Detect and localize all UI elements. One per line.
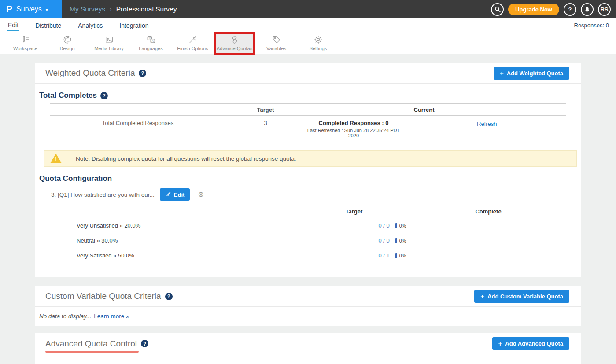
- toolbar-item-design[interactable]: Design: [46, 32, 88, 54]
- custom-variable-quota-card: Custom Variable Quota Criteria ? + Add C…: [35, 286, 581, 326]
- breadcrumb: My Surveys › Professional Survey: [70, 5, 177, 13]
- divider: [45, 361, 571, 361]
- chevron-down-icon: ▾: [46, 7, 48, 12]
- help-button[interactable]: ?: [564, 3, 576, 16]
- quota-configuration-table: Target Complete Very Unsatisfied » 20.0%…: [72, 205, 570, 263]
- user-avatar[interactable]: RS: [598, 3, 611, 16]
- help-icon[interactable]: ?: [165, 293, 173, 300]
- notifications-button[interactable]: [581, 3, 594, 16]
- plus-icon: +: [500, 70, 504, 77]
- progress-bar: [395, 238, 397, 243]
- svg-text:A: A: [151, 40, 153, 42]
- progress-bar: [395, 223, 397, 228]
- column-current: Current: [305, 107, 468, 113]
- avatar-initials: RS: [600, 6, 608, 13]
- edit-pencil-icon: [165, 191, 171, 198]
- refresh-link[interactable]: Refresh: [477, 121, 497, 127]
- answer-option-label: Neutral » 30.0%: [72, 237, 301, 244]
- add-advanced-quota-button[interactable]: + Add Advanced Quota: [492, 337, 569, 350]
- main-nav-tabs: Edit Distribute Analytics Integration Re…: [0, 18, 616, 32]
- questionpro-logo-icon: P: [6, 4, 12, 15]
- image-icon: [104, 35, 114, 44]
- progress-percent: 0%: [399, 223, 406, 228]
- plus-icon: +: [498, 340, 502, 347]
- progress-percent: 0%: [399, 238, 406, 243]
- warning-triangle-icon: !: [50, 154, 62, 163]
- advanced-quota-card: Advanced Quota Control ? + Add Advanced …: [35, 333, 581, 364]
- search-button[interactable]: [491, 3, 504, 16]
- quota-configuration-title: Quota Configuration: [39, 174, 112, 183]
- table-header-row: Target Current: [50, 103, 566, 115]
- warning-icon-box: !: [44, 151, 68, 166]
- table-row: Neutral » 30.0% 0 / 0 0%: [72, 233, 570, 248]
- add-weighted-quota-button[interactable]: + Add Weighted Quota: [494, 67, 569, 80]
- upgrade-now-button[interactable]: Upgrade Now: [508, 4, 559, 15]
- no-data-text: No data to display...: [39, 313, 91, 320]
- breadcrumb-separator-icon: ›: [110, 6, 112, 13]
- custom-variable-header: Custom Variable Quota Criteria ? + Add C…: [35, 286, 581, 307]
- help-icon[interactable]: ?: [139, 70, 146, 77]
- gear-icon: [314, 35, 323, 44]
- progress-bar: [395, 253, 397, 258]
- toolbar-item-settings[interactable]: Settings: [297, 32, 339, 54]
- question-label: 3. [Q1] How satisfied are you with our..…: [51, 191, 155, 198]
- edit-toolbar: Workspace Design Media Library 文A Langua…: [0, 32, 616, 54]
- tag-icon: [272, 35, 281, 44]
- product-name: Surveys: [16, 5, 42, 13]
- question-mark-icon: ?: [568, 6, 572, 13]
- toolbar-item-media-library[interactable]: Media Library: [88, 32, 130, 54]
- add-custom-variable-quota-button[interactable]: + Add Custom Variable Quota: [474, 290, 569, 303]
- breadcrumb-current-survey: Professional Survey: [116, 5, 177, 13]
- app-window: P Surveys ▾ My Surveys › Professional Su…: [0, 0, 616, 364]
- magic-wand-icon: [188, 35, 198, 44]
- custom-variable-title: Custom Variable Quota Criteria: [45, 291, 161, 301]
- toolbar-item-variables[interactable]: Variables: [255, 32, 297, 54]
- toolbar-item-advance-quotas[interactable]: Advance Quotas: [214, 32, 255, 54]
- tab-distribute[interactable]: Distribute: [34, 20, 62, 31]
- completed-responses-value: Completed Responses : 0: [305, 120, 402, 126]
- tab-edit[interactable]: Edit: [7, 19, 19, 31]
- note-banner: ! Note: Disabling complex quota for all …: [44, 150, 577, 167]
- product-switcher[interactable]: P Surveys ▾: [0, 0, 62, 18]
- tab-analytics[interactable]: Analytics: [77, 20, 103, 31]
- toolbar-item-finish-options[interactable]: Finish Options: [172, 32, 214, 54]
- palette-icon: [63, 35, 72, 44]
- answer-option-label: Very Satisfied » 50.0%: [72, 252, 301, 259]
- help-icon[interactable]: ?: [141, 340, 148, 347]
- advanced-quota-header: Advanced Quota Control ? + Add Advanced …: [35, 333, 581, 354]
- table-row: Very Satisfied » 50.0% 0 / 1 0%: [72, 248, 570, 263]
- toolbar-item-workspace[interactable]: Workspace: [4, 32, 46, 54]
- topbar: P Surveys ▾ My Surveys › Professional Su…: [0, 0, 616, 18]
- learn-more-link[interactable]: Learn more »: [94, 313, 129, 320]
- table-header-row: Target Complete: [72, 205, 570, 218]
- remove-quota-icon[interactable]: ⊗: [198, 191, 203, 198]
- column-target: Target: [226, 107, 305, 113]
- total-completes-table: Target Current Total Completed Responses…: [50, 103, 566, 144]
- row-label: Total Completed Responses: [50, 120, 226, 126]
- annotation-red-underline: [45, 351, 139, 353]
- progress-percent: 0%: [399, 253, 406, 258]
- chain-links-icon: [230, 35, 240, 44]
- toolbar-item-languages[interactable]: 文A Languages: [130, 32, 172, 54]
- breadcrumb-my-surveys[interactable]: My Surveys: [70, 5, 105, 13]
- note-text: Note: Disabling complex quota for all qu…: [68, 151, 296, 166]
- help-icon[interactable]: ?: [100, 92, 108, 99]
- translate-icon: 文A: [146, 35, 156, 44]
- total-completes-title: Total Completes: [39, 91, 97, 100]
- advanced-quota-title: Advanced Quota Control: [45, 339, 137, 349]
- table-row: Total Completed Responses 3 Completed Re…: [50, 115, 566, 144]
- quota-target-value[interactable]: 0 / 0: [379, 222, 390, 229]
- quota-target-value[interactable]: 0 / 0: [379, 237, 390, 244]
- bell-icon: [584, 6, 590, 13]
- quota-question-row: 3. [Q1] How satisfied are you with our..…: [51, 188, 577, 201]
- weighted-quota-header: Weighted Quota Criteria ? + Add Weighted…: [35, 63, 581, 84]
- column-target: Target: [301, 208, 407, 215]
- answer-option-label: Very Unsatisfied » 20.0%: [72, 222, 301, 229]
- responses-count: Responses: 0: [574, 22, 609, 29]
- weighted-quota-card: Weighted Quota Criteria ? + Add Weighted…: [35, 63, 581, 277]
- tab-integration[interactable]: Integration: [118, 20, 149, 31]
- edit-quota-button[interactable]: Edit: [160, 188, 190, 201]
- plus-icon: +: [480, 293, 484, 300]
- last-refreshed-timestamp: Last Refreshed : Sun Jun 28 22:36:24 PDT…: [305, 128, 402, 138]
- quota-target-value[interactable]: 0 / 1: [379, 252, 390, 259]
